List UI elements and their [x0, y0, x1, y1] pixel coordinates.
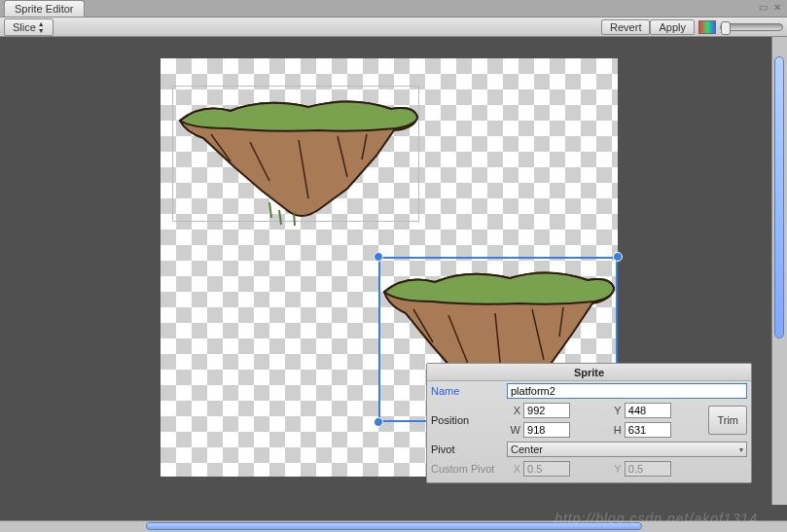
horizontal-scrollbar[interactable] — [0, 520, 787, 532]
inspector-title: Sprite — [427, 364, 751, 381]
revert-button[interactable]: Revert — [601, 19, 650, 35]
slice-label: Slice — [13, 21, 36, 33]
pos-y-input[interactable] — [625, 403, 671, 418]
position-label: Position — [427, 401, 503, 440]
pos-h-input[interactable] — [625, 422, 671, 438]
window-controls: ▭ ✕ — [759, 2, 781, 13]
apply-button[interactable]: Apply — [650, 19, 695, 35]
name-label: Name — [427, 381, 503, 401]
rgb-toggle-icon[interactable] — [698, 20, 716, 34]
slice-button[interactable]: Slice ▲▼ — [4, 18, 54, 36]
custom-x-input — [523, 461, 570, 477]
pos-w-label: W — [507, 424, 520, 436]
trim-button[interactable]: Trim — [708, 406, 747, 435]
pivot-label: Pivot — [427, 440, 503, 459]
pos-y-label: Y — [608, 405, 622, 416]
chevron-down-icon: ▾ — [739, 445, 743, 454]
name-input[interactable] — [507, 383, 747, 399]
sprite-inspector: Sprite Name Position X Y Trim W H P — [426, 363, 752, 483]
pos-x-label: X — [507, 405, 520, 416]
pivot-dropdown[interactable]: Center ▾ — [507, 442, 747, 457]
close-icon[interactable]: ✕ — [773, 2, 781, 13]
custom-x-label: X — [507, 463, 520, 475]
tab-bar: Sprite Editor — [0, 0, 787, 18]
minimize-icon[interactable]: ▭ — [759, 2, 768, 13]
vertical-scrollbar[interactable] — [771, 37, 787, 505]
pos-x-input[interactable] — [523, 403, 570, 418]
canvas-viewport[interactable]: Sprite Name Position X Y Trim W H P — [0, 37, 771, 505]
chevron-down-icon: ▲▼ — [38, 20, 45, 34]
pivot-value: Center — [511, 443, 543, 455]
pos-h-label: H — [608, 424, 622, 436]
custom-y-label: Y — [608, 463, 622, 475]
vertical-scrollbar-thumb[interactable] — [774, 56, 784, 338]
alpha-slider-knob[interactable] — [721, 21, 731, 35]
tab-sprite-editor[interactable]: Sprite Editor — [4, 0, 85, 17]
canvas-area: Sprite Name Position X Y Trim W H P — [0, 37, 787, 520]
alpha-slider[interactable] — [720, 23, 783, 31]
custom-pivot-label: Custom Pivot — [427, 459, 503, 479]
sprite-art-platform1 — [172, 84, 423, 230]
horizontal-scrollbar-thumb[interactable] — [146, 522, 642, 530]
toolbar: Slice ▲▼ Revert Apply — [0, 18, 787, 37]
custom-y-input — [625, 461, 671, 477]
pos-w-input[interactable] — [523, 422, 570, 438]
